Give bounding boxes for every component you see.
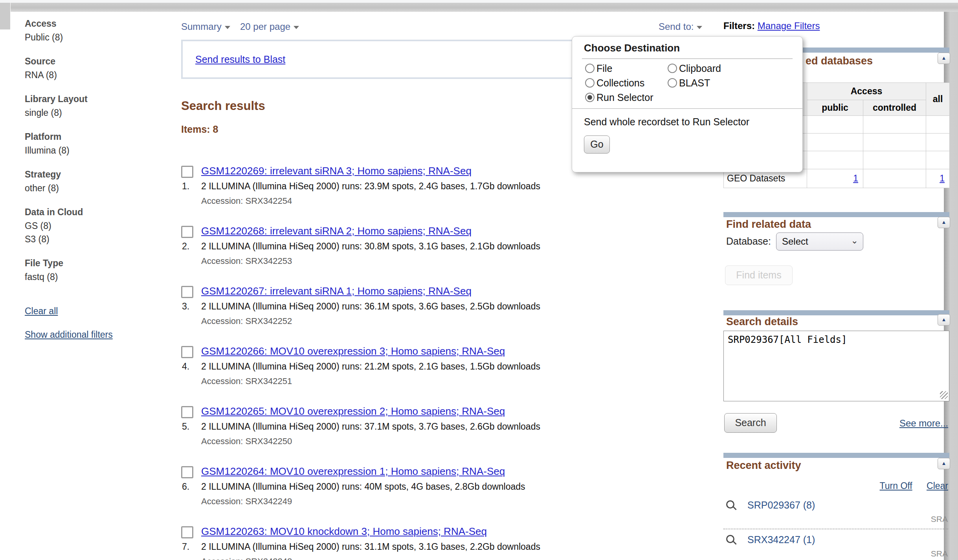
see-more-link[interactable]: See more... (881, 418, 948, 429)
result-description: 2 ILLUMINA (Illumina HiSeq 2000) runs: 3… (201, 241, 540, 252)
facet-value[interactable]: fastq (8) (25, 270, 158, 284)
turn-off-link[interactable]: Turn Off (880, 481, 912, 491)
send-to-dropdown[interactable]: Send to: (659, 21, 702, 32)
radio-icon[interactable] (668, 64, 677, 73)
destination-option[interactable]: Clipboard (668, 62, 721, 77)
facet-heading: Access (25, 16, 158, 31)
result-title-link[interactable]: GSM1220268: irrelevant siRNA 2; Homo sap… (201, 225, 472, 237)
search-history-icon (726, 535, 734, 543)
facet-value[interactable]: GS (8) (25, 219, 158, 232)
radio-icon[interactable] (585, 64, 595, 73)
facet-group: PlatformIllumina (8) (25, 130, 158, 157)
database-select-value: Select (782, 236, 808, 247)
count-cell (863, 134, 926, 151)
related-databases-title: ed databases (806, 55, 873, 67)
popup-title: Choose Destination (584, 42, 680, 54)
destination-option[interactable]: Run Selector (585, 92, 668, 106)
result-title-link[interactable]: GSM1220267: irrelevant siRNA 1; Homo sap… (201, 285, 472, 297)
section-divider (723, 212, 949, 217)
destination-option[interactable]: BLAST (668, 77, 721, 92)
result-checkbox[interactable] (181, 166, 193, 178)
facet-group: File Typefastq (8) (25, 256, 158, 284)
result-title-link[interactable]: GSM1220266: MOV10 overexpression 3; Homo… (201, 345, 505, 357)
result-description: 2 ILLUMINA (Illumina HiSeq 2000) runs: 3… (201, 301, 540, 312)
display-format-dropdown[interactable]: Summary (181, 21, 230, 32)
result-checkbox[interactable] (181, 526, 193, 538)
facet-group: SourceRNA (8) (25, 54, 158, 82)
browser-chrome-corner (0, 3, 10, 29)
facet-value[interactable]: S3 (8) (25, 232, 158, 246)
collapse-arrow-icon: ▲ (941, 55, 947, 61)
clear-all-link[interactable]: Clear all (25, 306, 58, 317)
result-description: 2 ILLUMINA (Illumina HiSeq 2000) runs: 3… (201, 542, 540, 552)
result-accession: Accession: SRX342253 (201, 256, 292, 266)
radio-icon[interactable] (585, 78, 595, 88)
search-details-textarea[interactable]: SRP029367[All Fields] (723, 331, 949, 401)
radio-selected-icon[interactable] (585, 93, 595, 102)
search-details-title: Search details (726, 316, 798, 328)
result-checkbox[interactable] (181, 466, 193, 478)
recent-activity-link[interactable]: SRP029367 (8) (747, 500, 815, 511)
items-count: Items: 8 (181, 124, 218, 135)
result-description: 2 ILLUMINA (Illumina HiSeq 2000) runs: 4… (201, 481, 525, 492)
count-cell (807, 116, 863, 134)
section-divider (723, 310, 949, 315)
destination-options: FileClipboardCollectionsBLASTRun Selecto… (585, 62, 721, 106)
page-size-dropdown[interactable]: 20 per page (240, 21, 299, 32)
result-checkbox[interactable] (181, 406, 193, 418)
find-items-button[interactable]: Find items (725, 265, 793, 285)
display-format-label[interactable]: Summary (181, 21, 222, 32)
result-number: 3. (182, 301, 189, 312)
result-checkbox[interactable] (181, 226, 193, 238)
facet-group: Data in CloudGS (8)S3 (8) (25, 205, 158, 246)
manage-filters-link[interactable]: Manage Filters (758, 20, 820, 31)
search-button[interactable]: Search (724, 413, 777, 433)
result-checkbox[interactable] (181, 286, 193, 298)
send-to-label[interactable]: Send to: (659, 21, 694, 32)
radio-icon[interactable] (668, 78, 677, 88)
result-accession: Accession: SRX342249 (201, 496, 292, 507)
show-additional-filters-link[interactable]: Show additional filters (25, 329, 113, 340)
result-title-link[interactable]: GSM1220264: MOV10 overexpression 1; Homo… (201, 465, 505, 478)
result-title-link[interactable]: GSM1220269: irrelevant siRNA 3; Homo sap… (201, 165, 472, 177)
facet-heading: File Type (25, 256, 158, 270)
collapse-button[interactable]: ▲ (938, 217, 950, 228)
count-link[interactable]: 1 (940, 173, 945, 183)
count-cell (926, 151, 950, 169)
resize-handle[interactable] (940, 391, 948, 399)
count-cell (807, 151, 863, 169)
result-description: 2 ILLUMINA (Illumina HiSeq 2000) runs: 3… (201, 421, 540, 432)
facet-value[interactable]: single (8) (25, 106, 158, 119)
result-number: 5. (182, 421, 189, 432)
collapse-button[interactable]: ▲ (938, 314, 950, 326)
destination-option[interactable]: File (585, 62, 668, 77)
destination-option-label: Collections (596, 77, 644, 88)
collapse-button[interactable]: ▲ (938, 53, 950, 64)
count-cell: 1 (926, 169, 950, 188)
facet-group: AccessPublic (8) (25, 16, 158, 44)
facet-value[interactable]: other (8) (25, 181, 158, 195)
collapse-button[interactable]: ▲ (938, 458, 950, 469)
database-select[interactable]: Select ⌄ (776, 232, 863, 251)
page-title: Search results (181, 99, 265, 113)
result-checkbox[interactable] (181, 346, 193, 358)
clear-link[interactable]: Clear (927, 481, 948, 491)
result-title-link[interactable]: GSM1220265: MOV10 overexpression 2; Homo… (201, 405, 505, 417)
facet-value[interactable]: Public (8) (25, 31, 158, 44)
send-results-to-blast-link[interactable]: Send results to Blast (195, 54, 285, 65)
result-accession: Accession: SRX342251 (201, 376, 292, 386)
public-column-header: public (807, 100, 863, 116)
chevron-down-icon (225, 26, 230, 29)
result-accession: Accession: SRX342248 (201, 556, 292, 560)
choose-destination-popup: Choose Destination FileClipboardCollecti… (572, 36, 803, 172)
result-item: 3.GSM1220267: irrelevant siRNA 1; Homo s… (181, 285, 704, 336)
facet-value[interactable]: Illumina (8) (25, 144, 158, 157)
destination-option[interactable]: Collections (585, 77, 668, 92)
go-button[interactable]: Go (584, 135, 610, 154)
page-size-label[interactable]: 20 per page (240, 21, 290, 32)
recent-activity-link[interactable]: SRX342247 (1) (747, 534, 815, 545)
facet-value[interactable]: RNA (8) (25, 68, 158, 82)
count-link[interactable]: 1 (853, 173, 858, 183)
facet-heading: Strategy (25, 167, 158, 181)
result-title-link[interactable]: GSM1220263: MOV10 knockdown 3; Homo sapi… (201, 525, 487, 538)
